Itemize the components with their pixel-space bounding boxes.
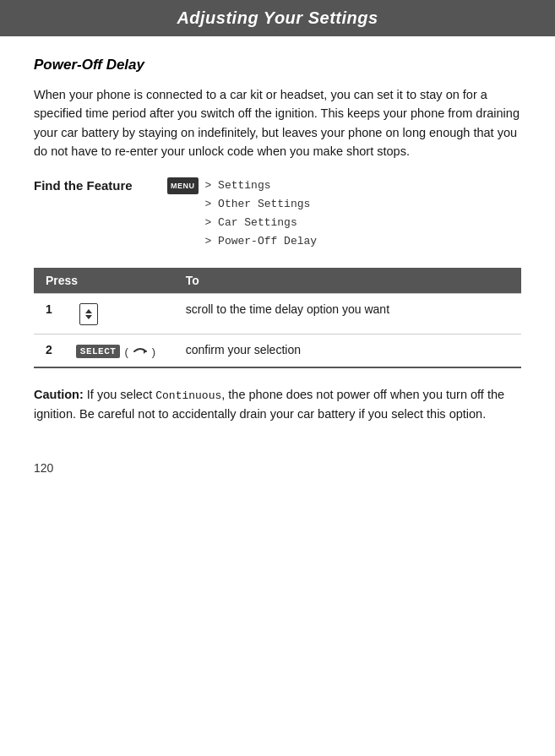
nav-path-item: Settings [205,177,318,195]
table-header-row: Press To [34,268,521,294]
row-number: 2 [34,334,64,368]
caution-text-before: If you select [87,388,155,401]
find-feature-label: Find the Feature [34,177,152,193]
paren-close: ) [152,345,155,358]
select-label: SELECT [76,345,121,358]
row-press: SELECT () [64,334,174,368]
caution-mono-word: Continuous [155,389,221,402]
col-header-to: To [174,268,521,294]
row-number: 1 [34,294,64,334]
select-button-display: SELECT () [76,345,155,358]
page-footer: 120 [0,444,555,492]
row-press [64,294,174,334]
nav-path-item: Power-Off Delay [205,232,318,251]
nav-path-item: Other Settings [205,195,318,214]
find-feature-row: Find the Feature MENU SettingsOther Sett… [34,177,521,251]
section-body: When your phone is connected to a car ki… [34,85,521,161]
nav-path-item: Car Settings [205,214,318,232]
caution-section: Caution: If you select Continuous, the p… [34,385,521,424]
arrow-down-icon [85,315,92,319]
press-table: Press To 1scroll to the time delay optio… [34,268,521,368]
arrow-up-icon [85,309,92,313]
row-to: confirm your selection [174,334,521,368]
header-title: Adjusting Your Settings [177,8,378,27]
menu-icon: MENU [167,177,199,194]
paren-open: ( [124,345,128,358]
page-header: Adjusting Your Settings [0,0,555,36]
phone-right-icon [133,345,148,358]
table-row: 2SELECT ()confirm your selection [34,334,521,368]
caution-label: Caution: [34,388,84,401]
nav-updown-icon [79,303,98,325]
row-to: scroll to the time delay option you want [174,294,521,334]
find-feature-nav: MENU SettingsOther SettingsCar SettingsP… [167,177,317,251]
table-row: 1scroll to the time delay option you wan… [34,294,521,334]
section-title: Power-Off Delay [34,57,521,73]
page-number: 120 [34,461,53,475]
col-header-press: Press [34,268,174,294]
nav-path: SettingsOther SettingsCar SettingsPower-… [205,177,318,251]
page-content: Power-Off Delay When your phone is conne… [0,36,555,444]
